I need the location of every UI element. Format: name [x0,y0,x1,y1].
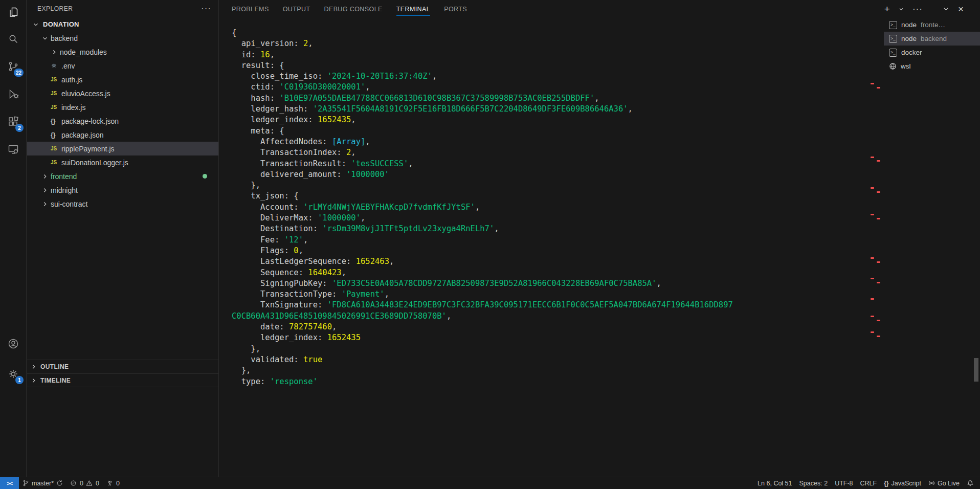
tree-folder-node_modules[interactable]: node_modules [27,45,218,59]
more-actions-icon[interactable]: ··· [201,6,211,11]
terminal-line: TxnSignature: 'FD8CA610A34483E24ED9EB97C… [232,300,733,310]
terminal-list-item-backend[interactable]: >_nodebackend [884,32,980,46]
terminal-title: docker [901,49,922,56]
tree-file-index.js[interactable]: JSindex.js [27,100,218,114]
tree-folder-sui-contract[interactable]: sui-contract [27,197,218,211]
cursor-position[interactable]: Ln 6, Col 51 [754,477,795,489]
terminal-line: C0CB60A431D96E485109845026991CE3689DD758… [232,311,733,322]
gear-file-icon [51,62,61,69]
eol-sequence[interactable]: CRLF [857,477,881,489]
terminal-line: { [232,28,733,38]
terminal-line: tx_json: { [232,191,733,202]
chevron-right-icon [51,49,60,56]
terminal-output[interactable]: { api_version: 2, id: 16, result: { clos… [232,28,733,387]
tree-item-label: eluvioAccess.js [61,90,110,98]
terminal-line: }, [232,365,733,376]
remote-indicator[interactable]: >< [0,477,19,489]
branch-item[interactable]: master* [19,477,66,489]
command-failed-mark [871,257,874,259]
tree-file-auth.js[interactable]: JSauth.js [27,73,218,86]
terminal-overview-ruler [870,0,883,477]
sidebar-section-timeline[interactable]: TIMELINE [27,373,218,387]
account-icon[interactable] [0,331,26,356]
tree-folder-frontend[interactable]: frontend [27,169,218,183]
settings-gear-icon[interactable]: 1 [0,362,26,386]
warnings-icon [86,480,93,486]
tree-folder-backend[interactable]: backend [27,31,218,45]
scrollbar-thumb[interactable] [974,358,978,382]
search-icon[interactable] [0,27,26,51]
js-file-icon: JS [51,77,61,82]
panel-close-icon[interactable]: × [958,6,964,13]
tree-file-package-lock.json[interactable]: {}package-lock.json [27,114,218,128]
panel-tab-problems[interactable]: PROBLEMS [232,0,269,18]
new-terminal-icon[interactable]: + [884,6,890,13]
tree-file-package.json[interactable]: {}package.json [27,128,218,142]
command-failed-mark [871,187,874,189]
tree-item-label: package-lock.json [61,117,119,125]
remote-explorer-icon[interactable] [0,137,26,162]
section-label: TIMELINE [40,377,71,384]
ports-item[interactable]: 0 [103,477,123,489]
command-failed-mark [877,218,880,219]
tree-folder-midnight[interactable]: midnight [27,183,218,197]
explorer-icon[interactable] [0,0,26,25]
terminal-title: wsl [901,62,911,70]
command-failed-mark [877,191,880,193]
tree-file-suiDonationLogger.js[interactable]: JSsuiDonationLogger.js [27,155,218,169]
panel-tab-debug-console[interactable]: DEBUG CONSOLE [324,0,382,18]
activity-bar: 22 2 1 [0,0,27,477]
terminal-line: TransactionIndex: 2, [232,147,733,158]
panel-more-icon[interactable]: ··· [912,7,923,11]
terminal-line: type: 'response' [232,376,733,387]
tree-item-label: backend [51,34,78,42]
terminal-list-item-docker[interactable]: >_docker [884,46,980,59]
run-debug-icon[interactable] [0,82,26,106]
notifications-bell-icon[interactable] [963,477,980,489]
command-failed-mark [877,320,880,321]
sidebar-section-outline[interactable]: OUTLINE [27,360,218,373]
go-live-item[interactable]: Go Live [925,477,963,489]
panel-tabs: PROBLEMSOUTPUTDEBUG CONSOLETERMINALPORTS [232,0,481,18]
terminal-title: node [901,21,917,29]
git-status-dot [203,174,207,179]
terminal-line: LastLedgerSequence: 1652463, [232,256,733,267]
terminal-line: Account: 'rLMYd4NWjYAEBYFHAKcpD7fvdmfKfJ… [232,202,733,213]
terminal-line: close_time_iso: '2024-10-20T16:37:40Z', [232,71,733,82]
chevron-right-icon [30,363,39,370]
panel-tab-ports[interactable]: PORTS [444,0,467,18]
command-failed-mark [877,160,880,162]
panel-restore-chevron-icon[interactable] [942,5,950,13]
command-failed-mark [877,87,880,88]
terminal-line: ledger_index: 1652435, [232,115,733,125]
settings-badge: 1 [15,376,24,384]
tree-file-ripplePayment.js[interactable]: JSripplePayment.js [27,142,218,155]
command-failed-mark [877,261,880,263]
terminal-line: TransactionResult: 'tesSUCCESS', [232,159,733,169]
terminal-profile-chevron-icon[interactable] [898,6,904,12]
terminal-line: meta: { [232,126,733,137]
extensions-badge: 2 [15,124,24,132]
tree-file-.env[interactable]: .env [27,59,218,73]
panel-tab-terminal[interactable]: TERMINAL [396,0,430,18]
section-label: OUTLINE [40,363,69,370]
encoding[interactable]: UTF-8 [831,477,856,489]
terminal-icon: >_ [889,35,897,43]
problems-item[interactable]: 0 0 [66,477,103,489]
indentation[interactable]: Spaces: 2 [796,477,832,489]
chevron-down-icon [32,21,41,28]
terminal-list-item-wsl[interactable]: wsl [884,59,980,73]
terminal-line: }, [232,344,733,354]
source-control-icon[interactable]: 22 [0,54,26,79]
tree-root-donation[interactable]: DONATION [27,17,218,31]
chevron-right-icon [30,377,39,384]
panel-tab-output[interactable]: OUTPUT [283,0,310,18]
terminal-list-item-fronte-[interactable]: >_nodefronte… [884,18,980,32]
extensions-icon[interactable]: 2 [0,109,26,134]
terminal-list: >_nodefronte…>_nodebackend>_dockerwsl [884,18,980,73]
tree-file-eluvioAccess.js[interactable]: JSeluvioAccess.js [27,86,218,100]
command-failed-mark [877,282,880,283]
language-mode[interactable]: {} JavaScript [880,477,925,489]
terminal-line: }, [232,180,733,191]
terminal-line: Fee: '12', [232,235,733,246]
